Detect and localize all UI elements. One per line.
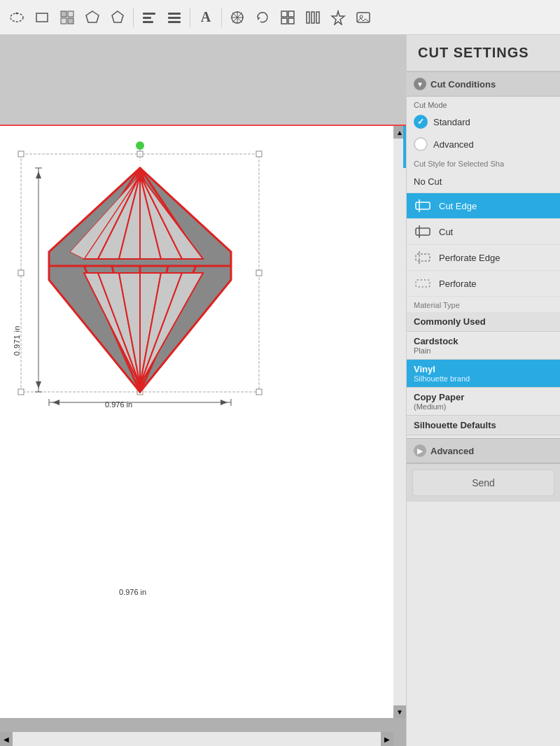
svg-rect-11 — [143, 21, 153, 23]
advanced-radio-circle[interactable] — [414, 137, 428, 151]
copy-paper-name: Copy Paper — [414, 392, 553, 402]
svg-point-1 — [16, 12, 18, 14]
text-icon[interactable]: A — [195, 6, 217, 29]
grid-icon[interactable] — [276, 6, 299, 29]
perforate-edge-item[interactable]: Perforate Edge — [407, 245, 560, 271]
svg-rect-26 — [312, 12, 314, 23]
svg-rect-32 — [18, 151, 24, 157]
polygon-icon[interactable] — [81, 6, 104, 29]
cut-edge-label: Cut Edge — [439, 201, 477, 211]
vinyl-name: Vinyl — [414, 364, 553, 374]
svg-rect-78 — [416, 228, 430, 235]
columns-icon[interactable] — [302, 6, 324, 29]
vinyl-item[interactable]: Vinyl Silhouette brand — [407, 360, 560, 388]
svg-marker-69 — [36, 171, 41, 178]
cardstock-item[interactable]: Cardstock Plain — [407, 332, 560, 360]
cut-mode-label: Cut Mode — [407, 97, 560, 111]
advanced-radio-option[interactable]: Advanced — [407, 133, 560, 155]
cut-mode-section: Cut Mode Standard Advanced — [407, 97, 560, 155]
cardstock-name: Cardstock — [414, 336, 553, 346]
scroll-left-arrow[interactable]: ◀ — [0, 732, 13, 746]
svg-rect-36 — [256, 389, 262, 395]
perforate-edge-label: Perforate Edge — [439, 253, 500, 263]
send-button[interactable]: Send — [412, 470, 554, 496]
svg-marker-20 — [258, 17, 260, 20]
copy-paper-item[interactable]: Copy Paper (Medium) — [407, 388, 560, 416]
svg-rect-3 — [61, 11, 66, 17]
svg-rect-23 — [281, 18, 287, 24]
height-label: 0.971 in — [13, 325, 21, 356]
photo-icon[interactable] — [352, 6, 374, 29]
align2-icon[interactable] — [163, 6, 186, 29]
scroll-down-arrow[interactable]: ▼ — [393, 705, 406, 718]
scroll-right-arrow[interactable]: ▶ — [381, 732, 393, 746]
svg-rect-21 — [281, 11, 287, 17]
svg-rect-13 — [168, 17, 181, 19]
pentagon-icon[interactable] — [106, 6, 129, 29]
main-area: 0.971 in 0.976 in 0.971 in 0.976 in ▲ ▼ … — [0, 35, 560, 746]
cut-conditions-arrow: ▼ — [414, 78, 426, 90]
svg-rect-24 — [288, 18, 294, 24]
perforate-edge-icon — [414, 251, 433, 265]
standard-radio-option[interactable]: Standard — [407, 111, 560, 133]
horizontal-scrollbar[interactable]: ◀ ▶ — [0, 732, 393, 746]
cut-style-label: Cut Style for Selected Sha — [407, 155, 560, 171]
svg-rect-14 — [168, 21, 181, 23]
svg-rect-5 — [61, 18, 66, 24]
width-dimension: 0.976 in — [105, 400, 132, 409]
standard-radio-circle[interactable] — [414, 115, 428, 129]
cut-conditions-header[interactable]: ▼ Cut Conditions — [407, 71, 560, 97]
silhouette-defaults-item[interactable]: Silhouette Defaults — [407, 416, 560, 435]
svg-rect-22 — [288, 11, 294, 17]
svg-rect-12 — [168, 13, 181, 15]
diamond-svg — [14, 140, 266, 406]
align-icon[interactable] — [138, 6, 160, 29]
svg-rect-10 — [143, 17, 151, 19]
scroll-thumb — [403, 126, 406, 168]
commonly-used-item[interactable]: Commonly Used — [407, 312, 560, 332]
svg-point-40 — [136, 141, 144, 150]
divider-1 — [133, 8, 134, 27]
scroll-track-vertical[interactable] — [393, 139, 406, 705]
rect-select-icon[interactable] — [31, 6, 53, 29]
svg-marker-7 — [86, 11, 99, 22]
effects-icon[interactable] — [327, 6, 349, 29]
svg-rect-35 — [256, 270, 262, 276]
divider-2 — [190, 8, 190, 27]
vertical-scrollbar[interactable]: ▲ ▼ — [393, 126, 406, 718]
scroll-track-horizontal[interactable] — [13, 732, 381, 746]
copy-paper-sub: (Medium) — [414, 402, 553, 411]
svg-rect-27 — [316, 12, 319, 23]
cut-icon — [414, 225, 433, 239]
width-label: 0.976 in — [119, 588, 146, 596]
pattern-icon[interactable] — [56, 6, 78, 29]
advanced-header[interactable]: ▶ Advanced — [407, 438, 560, 463]
star-icon[interactable] — [226, 6, 248, 29]
canvas-white[interactable]: 0.971 in 0.976 in 0.971 in 0.976 in — [0, 126, 393, 718]
material-type-label: Material Type — [407, 297, 560, 312]
cardstock-sub: Plain — [414, 346, 553, 355]
canvas-area: 0.971 in 0.976 in 0.971 in 0.976 in ▲ ▼ … — [0, 35, 406, 746]
diamond-container: 0.971 in 0.976 in — [14, 140, 266, 409]
advanced-radio-label: Advanced — [433, 139, 474, 150]
svg-rect-34 — [256, 151, 262, 157]
lasso-icon[interactable] — [6, 6, 28, 29]
cut-edge-icon — [414, 199, 433, 213]
svg-marker-8 — [112, 11, 123, 22]
cut-item[interactable]: Cut — [407, 219, 560, 245]
perforate-item[interactable]: Perforate — [407, 271, 560, 297]
svg-rect-82 — [416, 280, 430, 287]
cut-edge-item[interactable]: Cut Edge — [407, 193, 560, 219]
svg-rect-38 — [18, 389, 24, 395]
rotate-icon[interactable] — [251, 6, 274, 29]
svg-rect-39 — [18, 270, 24, 276]
height-dimension: 0.971 in — [0, 269, 1, 297]
send-button-area: Send — [407, 463, 560, 502]
commonly-used-label: Commonly Used — [414, 316, 553, 327]
no-cut-item[interactable]: No Cut — [407, 171, 560, 193]
right-panel: CUT SETTINGS ▼ Cut Conditions Cut Mode S… — [406, 35, 560, 746]
no-cut-label: No Cut — [414, 176, 442, 187]
svg-rect-76 — [416, 202, 430, 209]
svg-marker-74 — [52, 400, 59, 405]
advanced-label: Advanced — [430, 446, 474, 456]
